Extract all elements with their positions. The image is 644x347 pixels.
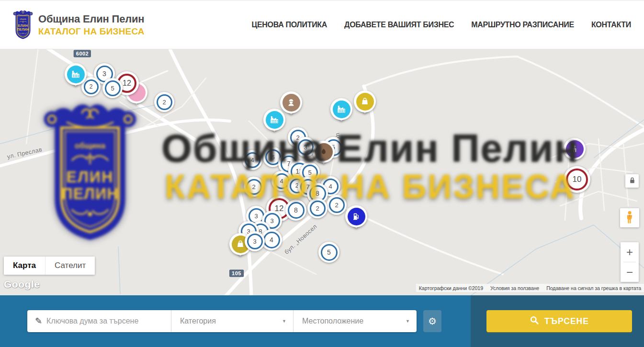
flame-icon	[315, 143, 333, 161]
factory-icon	[266, 111, 283, 129]
cluster-count: 3	[253, 238, 256, 245]
location-select-value: Местоположение	[302, 317, 363, 325]
marker-pin-bag[interactable]	[354, 90, 376, 112]
nav-item-contacts[interactable]: КОНТАКТИ	[591, 21, 631, 29]
cluster-count: 6	[271, 154, 274, 161]
search-bar: ✎ Категория ▼ Местоположение ▼ ⚙ ТЪРСЕНЕ	[0, 295, 644, 347]
search-icon	[530, 315, 539, 327]
cluster-count: 10	[573, 175, 582, 184]
category-select[interactable]: Категория ▼	[171, 310, 293, 332]
cluster-count: 2	[316, 205, 319, 212]
category-select-value: Категория	[180, 317, 216, 325]
chevron-down-icon: ▼	[406, 319, 410, 324]
cluster-marker[interactable]: 3	[245, 231, 265, 251]
lock-button[interactable]	[625, 174, 639, 188]
cluster-count: 3	[304, 144, 307, 151]
factory-icon	[333, 101, 350, 118]
marker-pin-church[interactable]	[564, 138, 586, 160]
cluster-count: 3	[270, 217, 273, 224]
cluster-marker[interactable]: 10	[564, 166, 590, 193]
zoom-out-button[interactable]: −	[621, 262, 639, 282]
cluster-count: 2	[335, 201, 338, 209]
cluster-marker[interactable]: 2	[327, 195, 347, 215]
nav-item-route-schedule[interactable]: МАРШРУТНО РАЗПИСАНИЕ	[471, 21, 574, 29]
bag-icon	[356, 93, 374, 111]
pegman-icon	[624, 210, 635, 226]
street-view-pegman[interactable]	[620, 208, 639, 227]
cluster-count: 5	[327, 248, 331, 256]
advanced-search-button[interactable]: ⚙	[423, 310, 441, 332]
marker-pin-flame[interactable]	[313, 141, 335, 163]
maptype-map-button[interactable]: Карта	[4, 257, 45, 275]
fuel-icon	[348, 208, 365, 225]
svg-text:ЕЛИН: ЕЛИН	[18, 24, 28, 27]
svg-text:община: община	[20, 18, 26, 20]
keyword-field[interactable]: ✎	[27, 310, 171, 332]
location-select[interactable]: Местоположение ▼	[293, 310, 417, 332]
cluster-marker[interactable]: 2	[154, 92, 174, 112]
cluster-count: 4	[328, 183, 332, 190]
cluster-count: 2	[162, 99, 166, 106]
marker-layer: 31225223564713542274822128338343510	[0, 49, 644, 295]
marker-pin-factory[interactable]	[330, 98, 352, 120]
cluster-count: 5	[308, 169, 311, 176]
attribution-text: Картографски данни ©2019	[419, 285, 483, 291]
nav-item-add-business[interactable]: ДОБАВЕТЕ ВАШИЯТ БИЗНЕС	[344, 21, 454, 29]
cluster-marker[interactable]: 2	[244, 177, 264, 197]
zoom-control: + −	[621, 242, 639, 282]
factory-icon	[67, 66, 85, 83]
cluster-count: 2	[252, 183, 255, 190]
zoom-in-button[interactable]: +	[621, 242, 639, 262]
attribution-link[interactable]: Подаване на сигнал за грешка в картата	[546, 285, 641, 291]
site-header: община ЕЛИН ПЕЛИН Община Елин Пелин КАТА…	[0, 0, 644, 49]
map-canvas[interactable]: 6002105 ул. Преславбул. „Новоселци 31225…	[0, 49, 644, 295]
cluster-count: 4	[270, 236, 273, 244]
cluster-count: 12	[123, 79, 131, 88]
cluster-count: 2	[90, 83, 93, 90]
marker-pin-factory[interactable]	[65, 63, 87, 85]
brand-home-link[interactable]: община ЕЛИН ПЕЛИН Община Елин Пелин КАТА…	[12, 10, 145, 40]
search-button-label: ТЪРСЕНЕ	[544, 316, 589, 326]
svg-text:ПЕЛИН: ПЕЛИН	[17, 28, 29, 31]
map-attribution: Картографски данни ©2019Условия за ползв…	[416, 284, 644, 292]
search-field-group: ✎ Категория ▼ Местоположение ▼	[27, 310, 417, 332]
church-icon	[566, 140, 584, 158]
cluster-count: 3	[254, 213, 258, 220]
chevron-down-icon: ▼	[282, 319, 286, 324]
map-type-control: КартаСателит	[4, 257, 95, 275]
marker-pin-factory[interactable]	[263, 109, 285, 131]
padlock-icon	[629, 177, 635, 185]
municipality-crest-logo: община ЕЛИН ПЕЛИН	[12, 10, 34, 40]
gear-icon: ⚙	[428, 315, 437, 327]
google-logo[interactable]: Google	[4, 279, 40, 290]
maptype-satellite-button[interactable]: Сателит	[45, 257, 95, 275]
cluster-count: 4	[280, 178, 283, 185]
cluster-count: 8	[316, 190, 319, 197]
search-submit-button[interactable]: ТЪРСЕНЕ	[486, 310, 632, 332]
cluster-count: 8	[294, 206, 298, 214]
cluster-marker[interactable]: 5	[102, 78, 123, 98]
keyword-input[interactable]	[46, 317, 152, 325]
brand-title: Община Елин Пелин	[38, 13, 145, 25]
page: община ЕЛИН ПЕЛИН Община Елин Пелин КАТА…	[0, 0, 644, 347]
main-nav: ЦЕНОВА ПОЛИТИКАДОБАВЕТЕ ВАШИЯТ БИЗНЕСМАР…	[252, 21, 632, 29]
cluster-marker[interactable]: 8	[285, 200, 306, 221]
cluster-count: 5	[111, 85, 114, 92]
marker-pin-fuel[interactable]	[345, 205, 367, 227]
pencil-icon: ✎	[35, 316, 42, 326]
cluster-count: 4	[250, 157, 254, 164]
cluster-marker[interactable]: 2	[307, 198, 328, 218]
brand-subtitle: КАТАЛОГ НА БИЗНЕСА	[38, 26, 145, 37]
nav-item-pricing[interactable]: ЦЕНОВА ПОЛИТИКА	[252, 21, 328, 29]
cluster-count: 3	[102, 70, 106, 78]
cluster-marker[interactable]: 4	[242, 150, 262, 170]
cluster-marker[interactable]: 5	[318, 242, 339, 263]
attribution-link[interactable]: Условия за ползване	[490, 285, 539, 291]
brand-text: Община Елин Пелин КАТАЛОГ НА БИЗНЕСА	[38, 13, 145, 37]
